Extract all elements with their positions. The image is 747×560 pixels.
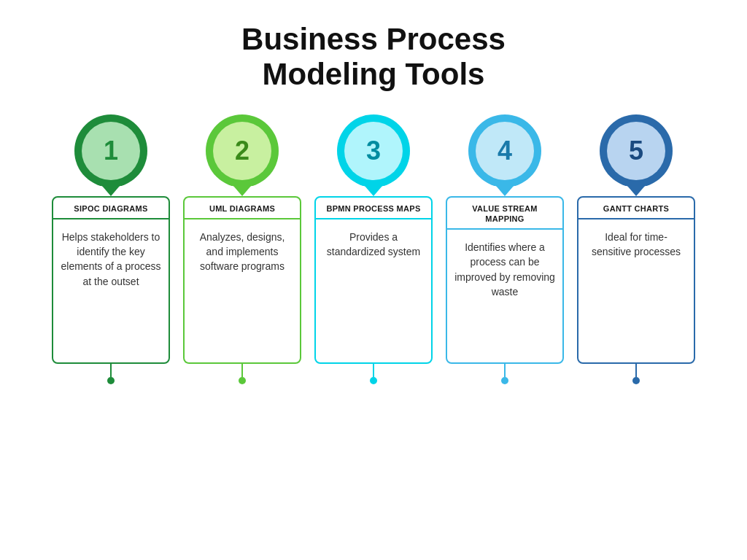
connector-dot-2 xyxy=(239,377,246,384)
bubble-wrap-3: 3 xyxy=(337,114,410,196)
bubble-wrap-1: 1 xyxy=(74,114,147,196)
bubble-number-5: 5 xyxy=(607,122,665,180)
card-title-1: SIPOC DIAGRAMS xyxy=(53,198,169,219)
card-2: UML DIAGRAMS Analyzes, designs, and impl… xyxy=(183,196,301,364)
card-title-5: GANTT CHARTS xyxy=(578,198,694,219)
bubble-number-3: 3 xyxy=(344,122,403,180)
bubble-number-4: 4 xyxy=(476,122,534,180)
bubble-number-2: 2 xyxy=(213,122,271,180)
connector-dot-3 xyxy=(370,377,377,384)
card-4: VALUE STREAM MAPPING Identifies where a … xyxy=(446,196,564,364)
bubble-pointer-1 xyxy=(102,186,120,196)
connector-4 xyxy=(501,364,508,384)
card-title-4: VALUE STREAM MAPPING xyxy=(447,198,562,230)
bubble-number-1: 1 xyxy=(82,122,140,180)
bubble-outer-2: 2 xyxy=(206,114,279,187)
connector-3 xyxy=(370,364,377,384)
column-2: 2 UML DIAGRAMS Analyzes, designs, and im… xyxy=(180,114,304,384)
connector-2 xyxy=(239,364,246,384)
card-body-5: Ideal for time-sensitive processes xyxy=(578,219,694,362)
bubble-outer-3: 3 xyxy=(337,114,410,187)
connector-dot-4 xyxy=(501,377,508,384)
card-5: GANTT CHARTS Ideal for time-sensitive pr… xyxy=(577,196,695,364)
card-body-4: Identifies where a process can be improv… xyxy=(447,230,562,362)
diagram-container: 1 SIPOC DIAGRAMS Helps stakeholders to i… xyxy=(15,114,732,384)
bubble-outer-1: 1 xyxy=(74,114,147,187)
connector-5 xyxy=(632,364,640,384)
card-title-2: UML DIAGRAMS xyxy=(185,198,300,219)
connector-line-3 xyxy=(373,364,374,377)
connector-line-4 xyxy=(504,364,506,377)
connector-dot-1 xyxy=(107,377,115,384)
column-5: 5 GANTT CHARTS Ideal for time-sensitive … xyxy=(574,114,698,384)
connector-line-1 xyxy=(110,364,112,377)
bubble-pointer-4 xyxy=(496,186,514,196)
connector-dot-5 xyxy=(632,377,640,384)
connector-line-2 xyxy=(241,364,243,377)
card-3: BPMN PROCESS MAPS Provides a standardize… xyxy=(314,196,433,364)
bubble-outer-5: 5 xyxy=(600,114,673,187)
bubble-outer-4: 4 xyxy=(468,114,541,187)
bubble-wrap-5: 5 xyxy=(600,114,673,196)
bubble-pointer-3 xyxy=(365,186,382,196)
card-1: SIPOC DIAGRAMS Helps stakeholders to ide… xyxy=(52,196,170,364)
connector-line-5 xyxy=(635,364,637,377)
bubble-pointer-2 xyxy=(233,186,251,196)
column-4: 4 VALUE STREAM MAPPING Identifies where … xyxy=(443,114,567,384)
card-body-1: Helps stakeholders to identify the key e… xyxy=(53,219,169,362)
connector-1 xyxy=(107,364,115,384)
bubble-wrap-4: 4 xyxy=(468,114,541,196)
bubble-pointer-5 xyxy=(627,186,645,196)
column-3: 3 BPMN PROCESS MAPS Provides a standardi… xyxy=(311,114,436,384)
card-body-2: Analyzes, designs, and implements softwa… xyxy=(185,219,300,362)
card-title-3: BPMN PROCESS MAPS xyxy=(316,198,431,219)
bubble-wrap-2: 2 xyxy=(206,114,279,196)
card-body-3: Provides a standardized system xyxy=(316,219,431,362)
column-1: 1 SIPOC DIAGRAMS Helps stakeholders to i… xyxy=(49,114,173,384)
page-title: Business Process Modeling Tools xyxy=(241,22,506,93)
